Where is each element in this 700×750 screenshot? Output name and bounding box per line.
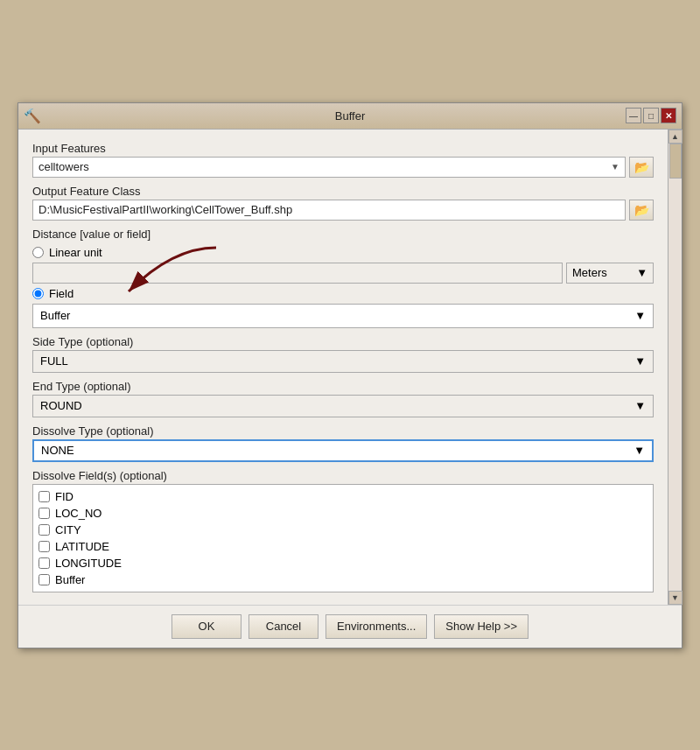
side-type-arrow-icon: ▼ [634,354,646,368]
linear-value-input[interactable] [32,263,563,284]
input-features-value: celltowers [38,160,89,173]
dissolve-type-value: NONE [41,444,74,457]
city-checkbox[interactable] [38,524,50,536]
buffer-dialog: 🔨 Buffer — □ ✕ Input Features celltowers… [18,102,682,648]
restore-button[interactable]: □ [643,108,659,123]
dissolve-type-section: Dissolve Type (optional) NONE ▼ [32,424,654,462]
loc-no-label: LOC_NO [55,507,102,520]
end-type-section: End Type (optional) ROUND ▼ [32,380,654,417]
environments-button[interactable]: Environments... [326,614,427,639]
side-type-combo[interactable]: FULL ▼ [32,350,654,373]
scroll-track [668,144,682,591]
list-item: LOC_NO [38,507,648,520]
side-type-value: FULL [40,354,68,368]
latitude-checkbox[interactable] [38,541,50,552]
scrollbar[interactable]: ▲ ▼ [668,130,682,605]
loc-no-checkbox[interactable] [38,508,50,519]
list-item: LONGITUDE [38,557,648,570]
linear-unit-label: Linear unit [49,246,102,259]
input-features-arrow-icon: ▼ [611,162,620,172]
linear-unit-row: Linear unit [32,246,654,259]
input-features-label: Input Features [32,142,654,155]
unit-combo[interactable]: Meters ▼ [566,263,654,284]
content-area: Input Features celltowers ▼ 📂 Output Fea… [18,130,682,605]
output-feature-row: 📂 [32,200,654,221]
list-item: FID [38,490,648,503]
field-combo-arrow-icon: ▼ [634,309,646,322]
linear-unit-input-row: Meters ▼ [32,263,654,284]
folder-icon: 📂 [634,160,649,174]
side-type-section: Side Type (optional) FULL ▼ [32,335,654,373]
field-combo[interactable]: Buffer ▼ [32,304,654,328]
list-item: Buffer [38,573,648,586]
tool-icon: 🔨 [24,108,41,124]
output-feature-input[interactable] [32,200,626,221]
minimize-button[interactable]: — [626,108,641,123]
unit-value: Meters [572,266,607,279]
window-title: Buffer [335,109,365,123]
distance-label: Distance [value or field] [32,228,654,241]
scroll-thumb[interactable] [669,144,682,179]
unit-arrow-icon: ▼ [636,266,648,279]
cancel-button[interactable]: Cancel [248,614,318,639]
dissolve-type-combo[interactable]: NONE ▼ [32,439,654,462]
main-content: Input Features celltowers ▼ 📂 Output Fea… [18,130,668,605]
dissolve-type-arrow-icon: ▼ [634,444,645,457]
longitude-checkbox[interactable] [38,557,50,569]
input-features-row: celltowers ▼ 📂 [32,157,654,178]
fid-label: FID [55,490,74,503]
list-item: LATITUDE [38,540,648,553]
dissolve-fields-label: Dissolve Field(s) (optional) [32,469,654,482]
end-type-value: ROUND [40,399,82,412]
folder-icon-2: 📂 [634,203,649,217]
ok-button[interactable]: OK [172,614,242,639]
scroll-up-button[interactable]: ▲ [668,130,682,144]
end-type-combo[interactable]: ROUND ▼ [32,395,654,417]
input-features-section: Input Features celltowers ▼ 📂 [32,142,654,178]
titlebar: 🔨 Buffer — □ ✕ [18,103,682,130]
close-button[interactable]: ✕ [661,108,676,123]
output-feature-folder-button[interactable]: 📂 [629,200,654,221]
dissolve-fields-list: FID LOC_NO CITY LATITUDE [32,484,654,592]
distance-section: Distance [value or field] Linear unit Me… [32,228,654,328]
field-radio-row: Field [32,287,654,300]
input-features-combo[interactable]: celltowers ▼ [32,157,626,178]
titlebar-left: 🔨 [24,108,41,124]
titlebar-controls: — □ ✕ [626,108,676,123]
field-radio-container: Field [32,287,654,300]
end-type-label: End Type (optional) [32,380,654,393]
field-value: Buffer [40,309,70,322]
show-help-button[interactable]: Show Help >> [434,614,528,639]
linear-unit-radio[interactable] [32,247,44,258]
list-item: CITY [38,523,648,536]
input-features-folder-button[interactable]: 📂 [629,157,654,178]
dissolve-fields-section: Dissolve Field(s) (optional) FID LOC_NO … [32,469,654,592]
side-type-label: Side Type (optional) [32,335,654,348]
footer: OK Cancel Environments... Show Help >> [18,605,682,648]
output-feature-section: Output Feature Class 📂 [32,185,654,221]
buffer-checkbox[interactable] [38,574,50,585]
field-radio-label: Field [49,287,74,300]
field-radio[interactable] [32,288,44,299]
output-feature-label: Output Feature Class [32,185,654,198]
scroll-down-button[interactable]: ▼ [668,591,682,605]
longitude-label: LONGITUDE [55,557,122,570]
buffer-label: Buffer [55,573,85,586]
end-type-arrow-icon: ▼ [634,399,646,412]
fid-checkbox[interactable] [38,491,50,502]
latitude-label: LATITUDE [55,540,109,553]
city-label: CITY [55,523,81,536]
dissolve-type-label: Dissolve Type (optional) [32,424,654,438]
